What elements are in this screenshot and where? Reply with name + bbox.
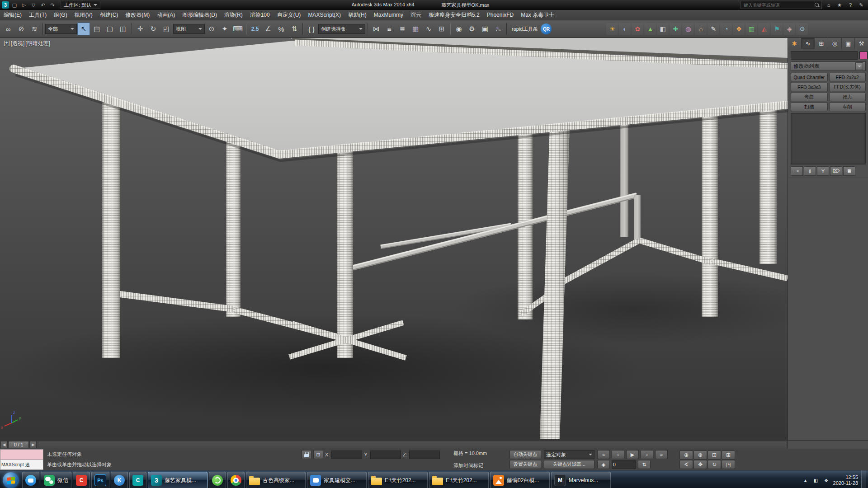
field-of-view-icon[interactable]: ∢ [679,460,693,469]
select-object-icon[interactable]: ↖ [77,23,90,35]
modifier-sweep-button[interactable]: 扫描 [791,103,828,111]
render-production-icon[interactable]: ♨ [492,23,505,35]
menu-render-cloud[interactable]: 渲云 [407,10,425,20]
maximize-viewport-icon[interactable]: ◳ [722,460,735,469]
orbit-icon[interactable]: ↻ [708,460,721,469]
tab-hierarchy-icon[interactable]: ⊞ [815,38,828,49]
start-button[interactable] [3,472,19,488]
search-icon[interactable] [814,2,820,8]
menu-maxmummy[interactable]: MaxMummy [370,10,407,20]
spinner-snap-icon[interactable]: ⇅ [288,23,301,35]
tab-modify-icon[interactable]: ∿ [802,38,815,49]
key-filters-button[interactable]: 关键点过滤器... [544,460,594,469]
redo-icon[interactable]: ↷ [48,1,57,9]
plugin-icon-16[interactable]: ⚙ [796,23,808,35]
select-and-rotate-icon[interactable]: ↻ [147,23,160,35]
plugin-icon-14[interactable]: ⚑ [771,23,783,35]
taskbar-3dsmax-button[interactable]: 3 藤艺家具模... [148,472,208,488]
menu-edit[interactable]: 编辑(E) [0,10,25,20]
object-name-field[interactable] [791,51,858,60]
align-icon[interactable]: ≡ [383,23,396,35]
next-frame-arrow[interactable]: ▶ [29,441,37,448]
plugin-icon-1[interactable]: ☀ [606,23,618,35]
taskbar-chrome-button[interactable] [227,472,245,488]
ribbon-toggle-icon[interactable]: ▦ [409,23,422,35]
zoom-extents-icon[interactable]: ⊡ [708,450,721,460]
plugin-icon-4[interactable]: ▲ [644,23,656,35]
z-coordinate-field[interactable] [409,450,440,459]
taskbar-photoshop-button[interactable]: Ps [91,472,109,488]
menu-tools[interactable]: 工具(T) [25,10,50,20]
modifier-bend-button[interactable]: 弯曲 [791,93,828,101]
modifier-ffd-box-button[interactable]: FFD(长方体) [829,83,866,91]
menu-slim-archive[interactable]: 极速瘦身安全归档5.2 [425,10,483,20]
configure-modifier-sets-icon[interactable]: ≣ [843,166,855,176]
zoom-all-icon[interactable]: ⊛ [693,450,707,460]
select-and-link-icon[interactable]: ∞ [2,23,14,35]
show-end-result-icon[interactable]: ‖ [804,166,816,176]
previous-frame-arrow[interactable]: ◀ [0,441,8,448]
modifier-lathe-button[interactable]: 车削 [829,103,866,111]
menu-antivirus[interactable]: Max 杀毒卫士 [517,10,558,20]
help-icon[interactable]: ? [846,1,854,9]
window-crossing-icon[interactable]: ◫ [117,23,129,35]
macro-recorder-pane[interactable] [0,449,43,460]
save-file-icon[interactable]: ▽ [29,1,38,9]
keyboard-override-icon[interactable]: ⌨ [231,23,244,35]
select-and-move-icon[interactable]: ✛ [134,23,146,35]
plugin-icon-10[interactable]: ◔ [720,23,732,35]
show-desktop-button[interactable] [861,470,866,488]
modifier-stack-list[interactable] [791,113,866,164]
x-coordinate-field[interactable] [331,450,362,459]
zoom-extents-all-icon[interactable]: ⊞ [722,450,735,460]
taskbar-keyshot-button[interactable]: K [111,472,128,488]
viewport-shading-menu[interactable]: [明暗处理] [25,40,50,47]
key-mode-dropdown[interactable]: 选定对象 [544,450,594,459]
tab-utilities-icon[interactable]: ⚒ [855,38,868,49]
tray-status-icon-1[interactable]: ◧ [812,477,820,484]
remove-modifier-icon[interactable]: ⌦ [830,166,842,176]
modifier-list-dropdown[interactable]: 修改器列表 [791,61,866,71]
bind-to-spacewarp-icon[interactable]: ≋ [28,23,41,35]
select-and-scale-icon[interactable]: ◰ [160,23,173,35]
plugin-icon-6[interactable]: ✚ [670,23,681,35]
time-slider-track[interactable] [38,441,786,448]
current-frame-field[interactable] [612,460,636,469]
qr-render-button[interactable]: QR [541,23,552,34]
make-unique-icon[interactable]: Y [817,166,829,176]
next-frame-button[interactable]: › [641,450,653,459]
taskbar-cad-button[interactable]: C [129,472,146,488]
tray-expand-icon[interactable]: ▲ [802,477,809,484]
selection-region-icon[interactable]: ▢ [104,23,116,35]
menu-create[interactable]: 创建(C) [96,10,122,20]
search-input[interactable] [743,2,812,8]
go-to-start-button[interactable]: « [597,450,610,459]
modifier-quad-chamfer-button[interactable]: Quad Chamfer [791,73,828,81]
taskbar-folder-button-1[interactable]: 古色高级家... [246,472,306,488]
open-file-icon[interactable]: ▷ [20,1,28,9]
tray-status-icon-2[interactable]: ❖ [823,477,830,484]
tab-display-icon[interactable]: ▣ [842,38,855,49]
taskbar-360browser-button[interactable] [209,472,226,488]
menu-render100[interactable]: 渲染100 [246,10,274,20]
plugin-icon-13[interactable]: ◭ [758,23,770,35]
viewport-general-menu[interactable]: [+] [4,40,10,47]
key-mode-toggle-icon[interactable]: ◈ [597,460,610,469]
new-scene-icon[interactable]: ▢ [10,1,19,9]
tab-create-icon[interactable]: ✱ [788,38,802,49]
plugin-icon-11[interactable]: ❖ [733,23,745,35]
menu-rendering[interactable]: 渲染(R) [221,10,246,20]
rapid-toolbar-label[interactable]: rapid工具条 [509,26,540,33]
go-to-end-button[interactable]: » [655,450,668,459]
use-pivot-center-icon[interactable]: ⊙ [205,23,218,35]
curve-editor-icon[interactable]: ∿ [422,23,435,35]
taskbar-marvelous-button[interactable]: M Marvelous... [551,472,611,488]
listener-pane[interactable]: MAXScript 迷 [0,460,43,470]
taskbar-image-viewer-button[interactable]: 藤编02白模... [490,472,550,488]
menu-maxscript[interactable]: MAXScript(X) [304,10,344,20]
perspective-viewport[interactable]: x y z [+] [透视] [明暗处理] [0,38,788,440]
menu-phoenixfd[interactable]: PhoenixFD [483,10,517,20]
named-selection-sets-dropdown[interactable]: 创建选择集 [318,24,365,34]
taskbar-corel-button[interactable]: C [73,472,90,488]
modifier-ffd3x3x3-button[interactable]: FFD 3x3x3 [791,83,828,91]
